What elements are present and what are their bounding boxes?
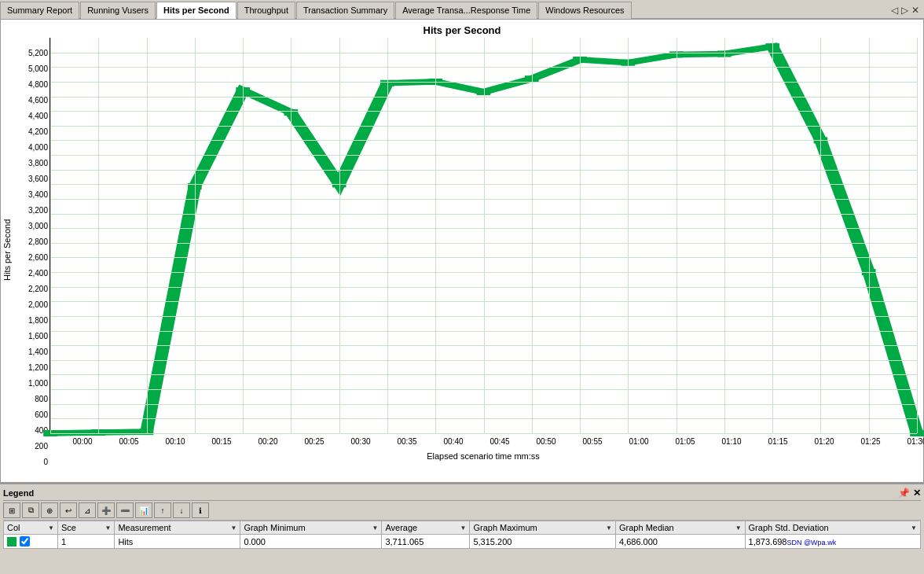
x-tick-01:00: 01:00 [629, 437, 648, 446]
tab-next-button[interactable]: ▷ [900, 5, 910, 16]
y-tick-4600: 4,600 [16, 96, 48, 105]
x-tick-00:05: 00:05 [119, 437, 138, 446]
x-tick-00:10: 00:10 [165, 437, 185, 446]
legend-tool-2[interactable]: ⊕ [41, 502, 58, 518]
y-tick-2600: 2,600 [16, 253, 48, 262]
tab-average-transaction-response-time[interactable]: Average Transa...Response Time [395, 2, 537, 19]
legend-toolbar: ⊞⧉⊕↩⊿➕➖📊↑↓ℹ [3, 501, 921, 521]
y-tick-800: 800 [16, 395, 48, 403]
tab-close-button[interactable]: ✕ [910, 5, 921, 16]
legend-row-checkbox[interactable] [20, 536, 30, 546]
chart-title: Hits per Second [1, 20, 923, 38]
x-tick-00:50: 00:50 [536, 437, 556, 446]
y-tick-2400: 2,400 [16, 269, 48, 278]
legend-row-average: 3,711.065 [382, 535, 470, 549]
x-tick-00:25: 00:25 [304, 437, 324, 446]
legend-table: Col▼Sce▼Measurement▼Graph Minimum▼Averag… [3, 521, 921, 549]
legend-tool-8[interactable]: ↑ [154, 502, 171, 518]
legend-row-col[interactable] [4, 535, 58, 549]
x-tick-01:05: 01:05 [675, 437, 695, 446]
legend-row-graph-minimum: 0.000 [240, 535, 382, 549]
y-tick-1600: 1,600 [16, 332, 48, 340]
legend-row-graph-std-deviation: 1,873.698SDN @Wpa.wk [745, 535, 920, 549]
tab-throughput[interactable]: Throughput [237, 2, 295, 19]
y-tick-0: 0 [16, 458, 48, 466]
x-tick-01:10: 01:10 [721, 437, 741, 446]
legend-row-graph-median: 4,686.000 [616, 535, 746, 549]
x-tick-00:55: 00:55 [582, 437, 602, 446]
x-tick-01:30: 01:30 [907, 437, 924, 446]
legend-row-graph-maximum: 5,315.200 [470, 535, 616, 549]
tab-prev-button[interactable]: ◁ [889, 5, 900, 16]
legend-col-average[interactable]: Average▼ [382, 521, 470, 535]
y-tick-4800: 4,800 [16, 80, 48, 89]
y-axis-ticks: 02004006008001,0001,2001,4001,6001,8002,… [16, 38, 50, 462]
y-tick-2800: 2,800 [16, 237, 48, 246]
y-axis-label: Hits per Second [1, 38, 16, 462]
y-tick-3200: 3,200 [16, 206, 48, 215]
legend-footer-text: SDN @Wpa.wk [786, 539, 836, 546]
x-tick-01:25: 01:25 [860, 437, 880, 446]
tab-hits-per-second[interactable]: Hits per Second [156, 2, 236, 19]
x-tick-00:45: 00:45 [490, 437, 509, 446]
tab-summary-report[interactable]: Summary Report [0, 2, 79, 19]
x-tick-00:35: 00:35 [397, 437, 416, 446]
x-tick-00:15: 00:15 [211, 437, 231, 446]
chart-plot [50, 38, 917, 434]
x-tick-00:30: 00:30 [350, 437, 370, 446]
legend-tool-0[interactable]: ⊞ [3, 502, 20, 518]
y-tick-3000: 3,000 [16, 222, 48, 230]
y-tick-1000: 1,000 [16, 379, 48, 388]
y-tick-3400: 3,400 [16, 190, 48, 199]
y-tick-5000: 5,000 [16, 64, 48, 73]
legend-tool-3[interactable]: ↩ [60, 502, 77, 518]
x-tick-00:40: 00:40 [443, 437, 463, 446]
legend-tool-10[interactable]: ℹ [192, 502, 209, 518]
legend-tool-6[interactable]: ➖ [116, 502, 134, 518]
y-tick-2000: 2,000 [16, 300, 48, 309]
legend-col-graph-std.-deviation[interactable]: Graph Std. Deviation▼ [745, 521, 920, 535]
tab-transaction-summary[interactable]: Transaction Summary [296, 2, 394, 19]
y-tick-200: 200 [16, 442, 48, 451]
legend-tool-1[interactable]: ⧉ [22, 502, 39, 518]
x-tick-00:20: 00:20 [258, 437, 277, 446]
y-tick-1200: 1,200 [16, 363, 48, 372]
y-tick-5200: 5,200 [16, 49, 48, 57]
tab-running-vusers[interactable]: Running Vusers [80, 2, 156, 19]
legend-col-measurement[interactable]: Measurement▼ [115, 521, 240, 535]
x-axis-title: Elapsed scenario time mm:ss [50, 450, 917, 462]
y-tick-2200: 2,200 [16, 285, 48, 293]
tab-windows-resources[interactable]: Windows Resources [538, 2, 631, 19]
legend-col-sce[interactable]: Sce▼ [57, 521, 114, 535]
legend-row-sce: 1 [57, 535, 114, 549]
y-tick-1800: 1,800 [16, 316, 48, 325]
pin-icon[interactable]: 📌 [898, 488, 910, 499]
x-tick-01:15: 01:15 [768, 437, 787, 446]
legend-row-measurement: Hits [115, 535, 240, 549]
legend-col-graph-minimum[interactable]: Graph Minimum▼ [240, 521, 382, 535]
y-tick-4400: 4,400 [16, 112, 48, 120]
x-axis-labels: 00:0000:0500:1000:1500:2000:2500:3000:35… [82, 434, 917, 450]
close-legend-button[interactable]: ✕ [913, 488, 921, 499]
chart-area: 00:0000:0500:1000:1500:2000:2500:3000:35… [50, 38, 917, 462]
y-tick-3800: 3,800 [16, 159, 48, 167]
x-tick-00:00: 00:00 [72, 437, 92, 446]
y-tick-3600: 3,600 [16, 175, 48, 183]
legend-col-col[interactable]: Col▼ [4, 521, 58, 535]
y-tick-600: 600 [16, 410, 48, 419]
legend-area: Legend 📌 ✕ ⊞⧉⊕↩⊿➕➖📊↑↓ℹ Col▼Sce▼Measureme… [0, 483, 924, 550]
legend-title: Legend [3, 488, 34, 498]
x-tick-01:20: 01:20 [814, 437, 834, 446]
y-tick-4200: 4,200 [16, 127, 48, 136]
legend-tool-5[interactable]: ➕ [97, 502, 115, 518]
tab-bar: Summary Report Running Vusers Hits per S… [0, 0, 924, 19]
legend-col-graph-median[interactable]: Graph Median▼ [616, 521, 746, 535]
legend-header: Legend 📌 ✕ [3, 486, 921, 501]
legend-tool-7[interactable]: 📊 [135, 502, 152, 518]
legend-col-graph-maximum[interactable]: Graph Maximum▼ [470, 521, 616, 535]
legend-tool-9[interactable]: ↓ [173, 502, 190, 518]
y-tick-4000: 4,000 [16, 143, 48, 152]
chart-container: Hits per Second Hits per Second 02004006… [0, 19, 924, 483]
legend-tool-4[interactable]: ⊿ [79, 502, 96, 518]
y-tick-1400: 1,400 [16, 348, 48, 356]
